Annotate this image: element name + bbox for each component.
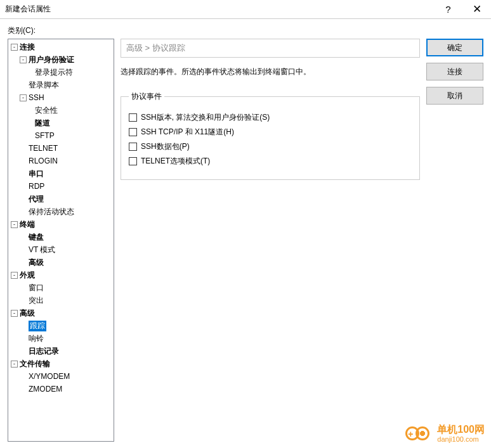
tree-log[interactable]: 日志记录 xyxy=(8,345,114,357)
ok-button[interactable]: 确定 xyxy=(426,39,483,56)
tree-vt-mode[interactable]: VT 模式 xyxy=(8,243,114,256)
tree-ssh[interactable]: -SSH xyxy=(8,91,114,104)
checkbox-icon[interactable] xyxy=(129,143,137,151)
tree-login-prompt[interactable]: 登录提示符 xyxy=(8,66,114,79)
tree-login-script[interactable]: 登录脚本 xyxy=(8,79,114,91)
tree-bell[interactable]: 响铃 xyxy=(8,332,114,345)
collapse-icon[interactable]: - xyxy=(11,310,18,317)
watermark-url: danji100.com xyxy=(437,435,485,443)
tree-trace[interactable]: 跟踪 xyxy=(8,319,114,332)
tree-keepalive[interactable]: 保持活动状态 xyxy=(8,205,114,218)
fieldset-legend: 协议事件 xyxy=(129,91,164,102)
check-ssh-version[interactable]: SSH版本, 算法交换和用户身份验证(S) xyxy=(129,112,412,123)
cancel-button[interactable]: 取消 xyxy=(426,87,483,105)
tree-ssh-security[interactable]: 安全性 xyxy=(8,104,114,117)
checkbox-icon[interactable] xyxy=(129,113,137,122)
tree-advanced[interactable]: -高级 xyxy=(8,307,114,319)
category-tree[interactable]: -连接 -用户身份验证 登录提示符 登录脚本 -SSH 安全性 xyxy=(8,39,114,442)
tree-filetransfer[interactable]: -文件传输 xyxy=(8,357,114,370)
breadcrumb: 高级 > 协议跟踪 xyxy=(121,39,420,58)
collapse-icon[interactable]: - xyxy=(11,361,18,368)
collapse-icon[interactable]: - xyxy=(11,272,18,279)
tree-rlogin[interactable]: RLOGIN xyxy=(8,155,114,167)
category-label: 类别(C): xyxy=(8,25,483,36)
check-telnet-opt[interactable]: TELNET选项模式(T) xyxy=(129,156,412,167)
checkbox-icon[interactable] xyxy=(129,128,137,136)
collapse-icon[interactable]: - xyxy=(11,44,18,51)
tree-highlight[interactable]: 突出 xyxy=(8,294,114,307)
close-button[interactable]: ✕ xyxy=(462,0,491,19)
tree-terminal[interactable]: -终端 xyxy=(8,218,114,231)
tree-user-auth[interactable]: -用户身份验证 xyxy=(8,53,114,66)
tree-appearance[interactable]: -外观 xyxy=(8,269,114,281)
tree-zmodem[interactable]: ZMODEM xyxy=(8,383,114,395)
tree-ssh-tunnel[interactable]: 隧道 xyxy=(8,117,114,129)
tree-terminal-advanced[interactable]: 高级 xyxy=(8,256,114,269)
title-bar: 新建会话属性 ? ✕ xyxy=(0,0,491,19)
tree-window[interactable]: 窗口 xyxy=(8,281,114,294)
tree-keyboard[interactable]: 键盘 xyxy=(8,231,114,243)
tree-proxy[interactable]: 代理 xyxy=(8,193,114,205)
watermark: + 单机100网 danji100.com xyxy=(405,424,485,443)
watermark-name: 单机100网 xyxy=(437,424,485,435)
description-text: 选择跟踪的事件。所选的事件状态将输出到终端窗口中。 xyxy=(121,67,420,77)
window-title: 新建会话属性 xyxy=(5,4,434,15)
collapse-icon[interactable]: - xyxy=(11,221,18,228)
check-ssh-packet[interactable]: SSH数据包(P) xyxy=(129,141,412,152)
tree-xymodem[interactable]: X/YMODEM xyxy=(8,370,114,383)
collapse-icon[interactable]: - xyxy=(20,56,27,63)
connect-button[interactable]: 连接 xyxy=(426,63,483,80)
tree-ssh-sftp[interactable]: SFTP xyxy=(8,129,114,142)
protocol-events-group: 协议事件 SSH版本, 算法交换和用户身份验证(S) SSH TCP/IP 和 … xyxy=(121,91,420,180)
checkbox-icon[interactable] xyxy=(129,157,137,165)
tree-connection[interactable]: -连接 xyxy=(8,41,114,53)
watermark-logo-icon: + xyxy=(405,425,433,442)
tree-serial[interactable]: 串口 xyxy=(8,167,114,180)
check-ssh-tcp[interactable]: SSH TCP/IP 和 X11隧道(H) xyxy=(129,127,412,138)
tree-telnet[interactable]: TELNET xyxy=(8,142,114,155)
collapse-icon[interactable]: - xyxy=(20,94,27,101)
help-button[interactable]: ? xyxy=(434,0,462,19)
tree-rdp[interactable]: RDP xyxy=(8,180,114,193)
